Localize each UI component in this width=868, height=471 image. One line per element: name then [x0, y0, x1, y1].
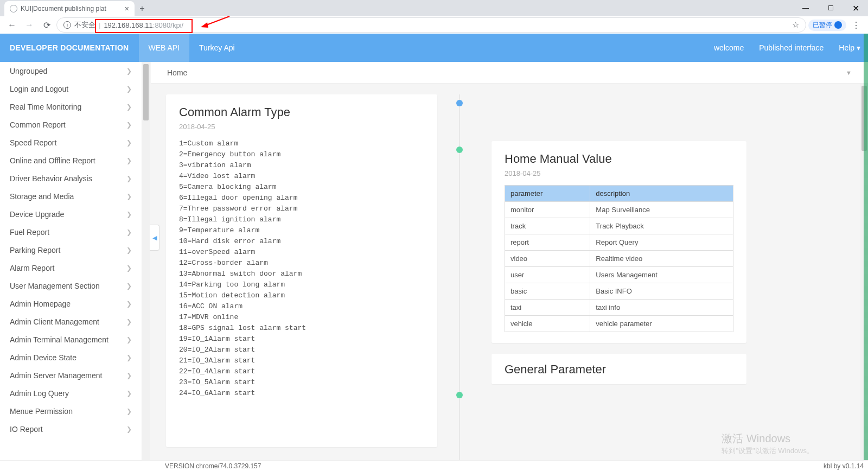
- chevron-right-icon: ❯: [126, 121, 132, 129]
- chevron-right-icon: ❯: [126, 408, 132, 415]
- sidebar-item[interactable]: Admin Terminal Management❯: [0, 330, 142, 348]
- chevron-right-icon: ❯: [126, 157, 132, 164]
- table-cell: report: [505, 234, 590, 251]
- bookmark-icon[interactable]: ☆: [792, 20, 799, 30]
- sidebar-item-label: Storage and Media: [10, 192, 74, 201]
- insecure-label: 不安全: [74, 20, 95, 30]
- browser-menu-button[interactable]: ⋮: [848, 20, 864, 30]
- sidebar-item[interactable]: Online and Offline Report❯: [0, 151, 142, 169]
- nav-welcome[interactable]: welcome: [706, 34, 751, 62]
- table-cell: video: [505, 251, 590, 267]
- sidebar-item[interactable]: Real Time Monitoring❯: [0, 98, 142, 116]
- card-common-alarm-type: Common Alarm Type 2018-04-25 1=Custom al…: [166, 94, 437, 447]
- sidebar-item-label: Device Upgrade: [10, 210, 64, 219]
- timeline-line: [459, 94, 460, 460]
- chevron-right-icon: ❯: [126, 282, 132, 290]
- sidebar-item[interactable]: Common Report❯: [0, 116, 142, 133]
- table-cell: track: [505, 218, 590, 234]
- table-header: parameter: [505, 186, 590, 202]
- sidebar-item[interactable]: Driver Behavior Analysis❯: [0, 169, 142, 187]
- chevron-right-icon: ❯: [126, 211, 132, 218]
- sidebar-item-label: Admin Device State: [10, 353, 76, 362]
- info-icon[interactable]: i: [63, 21, 71, 29]
- sidebar-item-label: Admin Terminal Management: [10, 335, 108, 344]
- sidebar-item[interactable]: Device Upgrade❯: [0, 205, 142, 223]
- table-cell: Report Query: [590, 234, 733, 251]
- sidebar-item[interactable]: Alarm Report❯: [0, 259, 142, 277]
- chevron-right-icon: ❯: [126, 425, 132, 433]
- sidebar-item[interactable]: User Management Section❯: [0, 277, 142, 295]
- table-cell: Users Management: [590, 267, 733, 283]
- app-body: Ungrouped❯Login and Logout❯Real Time Mon…: [0, 62, 868, 460]
- reload-button[interactable]: ⟳: [39, 17, 54, 33]
- table-row: taxitaxi info: [505, 300, 733, 316]
- sidebar-item-label: Alarm Report: [10, 264, 54, 272]
- card-title: Home Manual Value: [505, 152, 733, 166]
- nav-turkey-api[interactable]: Turkey Api: [189, 34, 245, 62]
- footer-credit: kbl by v0.1.14: [824, 462, 864, 470]
- sidebar-scrollbar[interactable]: [142, 62, 150, 460]
- back-button[interactable]: ←: [4, 17, 20, 33]
- chevron-right-icon: ❯: [126, 354, 132, 361]
- sidebar-scrollbar-thumb[interactable]: [143, 64, 149, 120]
- chevron-right-icon: ❯: [126, 85, 132, 93]
- table-cell: Basic INFO: [590, 283, 733, 300]
- sidebar-item[interactable]: Admin Device State❯: [0, 348, 142, 366]
- table-cell: user: [505, 267, 590, 283]
- minimize-button[interactable]: —: [793, 0, 818, 16]
- browser-toolbar: ← → ⟳ i 不安全 | 192.168.168.11:8080/kpi/ ☆…: [0, 16, 868, 34]
- table-row: vehiclevehicle parameter: [505, 316, 733, 332]
- table-cell: Realtime video: [590, 251, 733, 267]
- table-cell: taxi info: [590, 300, 733, 316]
- nav-web-api[interactable]: WEB API: [139, 34, 190, 62]
- address-bar[interactable]: i 不安全 | 192.168.168.11:8080/kpi/ ☆: [56, 17, 806, 33]
- sidebar-item[interactable]: Parking Report❯: [0, 241, 142, 259]
- sidebar-item[interactable]: Admin Server Management❯: [0, 366, 142, 384]
- manual-value-table: parameterdescriptionmonitorMap Surveilla…: [505, 185, 733, 332]
- sidebar-item-label: Parking Report: [10, 246, 60, 254]
- browser-tab[interactable]: KUI|Document publishing plat ×: [4, 1, 135, 16]
- sidebar-item[interactable]: Menue Permission❯: [0, 402, 142, 420]
- sidebar-item-label: Admin Homepage: [10, 300, 71, 308]
- nav-help[interactable]: Help ▾: [831, 34, 868, 62]
- right-edge-accent: [864, 34, 868, 460]
- new-tab-button[interactable]: +: [135, 1, 150, 16]
- avatar-icon: [834, 21, 842, 29]
- sidebar-item[interactable]: Ungrouped❯: [0, 62, 142, 80]
- sidebar-item[interactable]: IO Report❯: [0, 420, 142, 438]
- chevron-right-icon: ❯: [126, 390, 132, 397]
- chevron-right-icon: ❯: [126, 139, 132, 147]
- chevron-right-icon: ❯: [126, 193, 132, 200]
- forward-button[interactable]: →: [22, 17, 37, 33]
- nav-published-interface[interactable]: Published interface: [751, 34, 831, 62]
- sidebar-item-label: Online and Offline Report: [10, 156, 95, 165]
- close-button[interactable]: ✕: [843, 0, 868, 16]
- sidebar-collapse-button[interactable]: ◀: [150, 225, 159, 251]
- chevron-right-icon: ❯: [126, 336, 132, 343]
- sidebar-item-label: Real Time Monitoring: [10, 103, 81, 111]
- chevron-right-icon: ❯: [126, 372, 132, 379]
- table-header: description: [590, 186, 733, 202]
- profile-paused-badge[interactable]: 已暂停: [808, 20, 846, 31]
- chevron-right-icon: ❯: [126, 228, 132, 236]
- sidebar-item-label: Ungrouped: [10, 67, 47, 75]
- chevron-down-icon[interactable]: ▼: [846, 69, 852, 76]
- sidebar-item-label: Speed Report: [10, 138, 56, 147]
- table-cell: basic: [505, 283, 590, 300]
- app-navbar: DEVELOPER DOCUMENTATION WEB API Turkey A…: [0, 34, 868, 62]
- card-title: General Parameter: [505, 362, 733, 377]
- sidebar-item[interactable]: Admin Client Management❯: [0, 313, 142, 330]
- sidebar-item[interactable]: Admin Log Query❯: [0, 384, 142, 402]
- table-row: userUsers Management: [505, 267, 733, 283]
- sidebar-item[interactable]: Admin Homepage❯: [0, 295, 142, 313]
- chevron-right-icon: ❯: [126, 103, 132, 111]
- maximize-button[interactable]: ☐: [818, 0, 843, 16]
- sidebar-item[interactable]: Fuel Report❯: [0, 223, 142, 241]
- brand[interactable]: DEVELOPER DOCUMENTATION: [0, 43, 139, 52]
- sidebar-item[interactable]: Storage and Media❯: [0, 187, 142, 205]
- sidebar-item[interactable]: Speed Report❯: [0, 133, 142, 151]
- breadcrumb-home[interactable]: Home: [167, 68, 187, 77]
- close-icon[interactable]: ×: [125, 4, 129, 13]
- chevron-right-icon: ❯: [126, 175, 132, 182]
- sidebar-item[interactable]: Login and Logout❯: [0, 80, 142, 98]
